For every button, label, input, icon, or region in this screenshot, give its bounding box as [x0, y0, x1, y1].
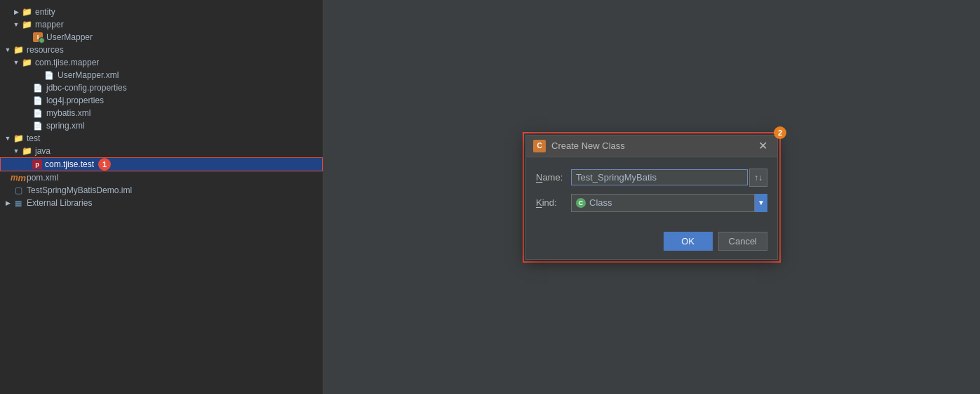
sidebar-item-entity[interactable]: entity: [0, 6, 323, 18]
cancel-button[interactable]: Cancel: [718, 232, 767, 251]
dialog-title-bar: C Create New Class ✕: [526, 136, 777, 157]
folder-icon: [13, 44, 24, 55]
kind-row: Kind: C Class ▼: [536, 194, 767, 212]
kind-select-wrap: C Class ▼: [571, 194, 767, 212]
sidebar-item-label: java: [35, 146, 51, 156]
sidebar-item-external-libraries[interactable]: ▦ External Libraries: [0, 197, 323, 209]
sidebar-item-iml[interactable]: ▢ TestSpringMyBatisDemo.iml: [0, 184, 323, 197]
sidebar-item-label: spring.xml: [46, 121, 85, 131]
name-input[interactable]: [571, 169, 748, 185]
sidebar-item-spring-xml[interactable]: spring.xml: [0, 119, 323, 132]
sidebar-item-label: resources: [27, 45, 64, 55]
dialog-red-border-wrapper: 2 C Create New Class ✕ Name:: [523, 132, 781, 263]
create-new-class-dialog: C Create New Class ✕ Name: ↑↓: [525, 135, 778, 260]
properties-icon: [32, 95, 43, 106]
kind-value-label: Class: [589, 197, 750, 208]
folder-icon: [21, 57, 32, 68]
sidebar-item-resources[interactable]: resources: [0, 44, 323, 56]
sidebar-item-label: test: [27, 133, 40, 143]
name-label: Name:: [536, 172, 571, 183]
annotation-badge-1: 1: [98, 158, 111, 171]
arrow-icon: [3, 133, 13, 143]
folder-icon: [21, 19, 32, 30]
name-input-wrap: ↑↓: [571, 169, 767, 187]
sort-button[interactable]: ↑↓: [749, 169, 767, 187]
sidebar-item-label: entity: [35, 7, 55, 17]
dialog-overlay: 2 C Create New Class ✕ Name:: [323, 0, 980, 394]
sidebar-item-pom-xml[interactable]: m pom.xml: [0, 171, 323, 184]
kind-label: Kind:: [536, 197, 571, 208]
sidebar-item-jdbc-config[interactable]: jdbc-config.properties: [0, 81, 323, 94]
dialog-title: Create New Class: [551, 140, 756, 151]
sidebar-item-label: com.tjise.mapper: [35, 58, 99, 67]
extlib-icon: ▦: [13, 197, 24, 209]
xml-icon: [43, 70, 55, 81]
kind-select[interactable]: C Class: [571, 194, 755, 212]
arrow-icon: [11, 146, 21, 156]
name-row: Name: ↑↓: [536, 169, 767, 187]
ok-button[interactable]: OK: [664, 232, 713, 251]
class-kind-icon: C: [576, 198, 586, 208]
sidebar-item-label: UserMapper.xml: [58, 70, 119, 80]
sidebar-item-label: External Libraries: [27, 198, 92, 208]
folder-icon: [21, 6, 32, 18]
sidebar-item-mybatis-xml[interactable]: mybatis.xml: [0, 107, 323, 119]
dialog-icon: C: [533, 140, 546, 152]
sidebar-item-com-tjise-mapper[interactable]: com.tjise.mapper: [0, 56, 323, 69]
main-area: 2 C Create New Class ✕ Name:: [323, 0, 980, 394]
xml-icon: [32, 120, 43, 131]
annotation-badge-2: 2: [774, 126, 786, 139]
sidebar-item-usermapper-xml[interactable]: UserMapper.xml: [0, 69, 323, 81]
arrow-icon: [11, 20, 21, 29]
folder-icon: [13, 133, 24, 144]
iml-icon: ▢: [13, 185, 24, 196]
sidebar-item-log4j[interactable]: log4j.properties: [0, 94, 323, 107]
arrow-icon: [11, 7, 21, 17]
sidebar-item-test[interactable]: test: [0, 132, 323, 145]
sidebar-item-label: UserMapper: [46, 32, 93, 42]
sidebar-item-mapper[interactable]: mapper: [0, 18, 323, 31]
folder-icon: [21, 145, 32, 157]
dialog-body: Name: ↑↓ Kind:: [526, 157, 777, 228]
sidebar-item-usermapper[interactable]: UserMapper: [0, 31, 323, 44]
sidebar-item-label: mapper: [35, 20, 64, 29]
pom-icon: m: [13, 172, 24, 183]
sidebar-item-label: TestSpringMyBatisDemo.iml: [27, 185, 132, 195]
arrow-icon: [3, 45, 13, 55]
dialog-close-button[interactable]: ✕: [756, 140, 770, 152]
kind-dropdown-button[interactable]: ▼: [755, 194, 767, 212]
mapper-icon: [32, 32, 43, 43]
package-icon: p: [32, 159, 42, 169]
sidebar-item-com-tjise-test[interactable]: p com.tjise.test 1: [0, 157, 323, 171]
sidebar-item-label: com.tjise.test: [45, 159, 94, 169]
sidebar: entity mapper UserMapper resources com.t…: [0, 0, 323, 394]
arrow-icon: [11, 58, 21, 67]
dialog-footer: OK Cancel: [526, 228, 777, 259]
properties-icon: [32, 82, 43, 93]
sidebar-item-label: jdbc-config.properties: [46, 83, 127, 93]
sidebar-item-java[interactable]: java: [0, 145, 323, 157]
arrow-icon: [3, 198, 13, 208]
sidebar-item-label: pom.xml: [27, 173, 58, 183]
sidebar-item-label: log4j.properties: [46, 96, 104, 105]
sidebar-item-label: mybatis.xml: [46, 108, 90, 118]
xml-icon: [32, 107, 43, 119]
